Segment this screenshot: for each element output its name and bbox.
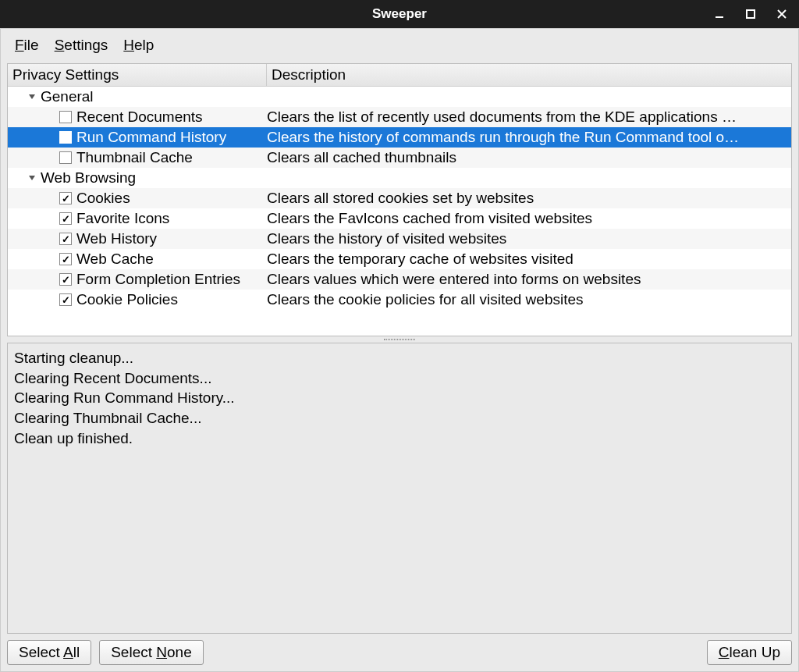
item-label: Thumbnail Cache [76,149,193,166]
item-description: Clears the list of recently used documen… [267,108,791,126]
column-privacy-settings[interactable]: Privacy Settings [8,64,267,86]
item-checkbox[interactable] [59,253,72,265]
item-checkbox[interactable] [59,111,72,123]
item-description: Clears values which were entered into fo… [267,271,791,288]
item-checkbox[interactable] [59,131,72,144]
item-checkbox[interactable] [59,192,72,204]
item-checkbox[interactable] [59,151,72,164]
menu-help[interactable]: Help [117,34,160,57]
splitter-handle-icon [384,339,415,340]
tree-item-row[interactable]: Favorite IconsClears the FavIcons cached… [8,208,791,229]
window-controls [708,0,793,28]
log-line: Starting cleanup... [14,348,785,368]
item-label: Web History [76,230,157,247]
item-description: Clears the FavIcons cached from visited … [267,210,791,227]
item-label: Favorite Icons [76,210,169,227]
item-label: Run Command History [76,129,226,146]
item-checkbox[interactable] [59,233,72,245]
tree-item-row[interactable]: CookiesClears all stored cookies set by … [8,188,791,208]
group-label: General [41,88,94,105]
item-label: Cookies [76,190,130,207]
menu-file[interactable]: File [9,34,45,57]
close-button[interactable] [771,3,793,25]
svg-marker-4 [29,94,35,99]
tree-item-row[interactable]: Web HistoryClears the history of visited… [8,229,791,249]
tree-group-row[interactable]: General [8,87,791,107]
svg-rect-1 [747,10,755,18]
item-checkbox[interactable] [59,273,72,286]
menu-settings[interactable]: Settings [48,34,115,57]
tree-item-row[interactable]: Run Command HistoryClears the history of… [8,127,791,148]
tree-item-row[interactable]: Form Completion EntriesClears values whi… [8,269,791,290]
privacy-tree: Privacy Settings Description GeneralRece… [7,63,792,336]
item-checkbox[interactable] [59,293,72,306]
svg-marker-5 [29,176,35,180]
tree-item-row[interactable]: Cookie PoliciesClears the cookie policie… [8,290,791,310]
item-description: Clears the history of commands run throu… [267,129,791,146]
window-title: Sweeper [372,6,427,22]
log-line: Clearing Run Command History... [14,388,785,408]
select-none-button[interactable]: Select None [99,640,204,665]
clean-up-button[interactable]: Clean Up [707,640,792,665]
item-description: Clears all cached thumbnails [267,149,791,166]
expander-icon[interactable] [25,171,39,185]
item-checkbox[interactable] [59,212,72,225]
tree-body[interactable]: GeneralRecent DocumentsClears the list o… [8,87,791,336]
item-label: Form Completion Entries [76,271,240,288]
menubar: File Settings Help [1,29,798,63]
tree-header: Privacy Settings Description [8,64,791,87]
expander-icon[interactable] [25,90,39,104]
titlebar: Sweeper [0,0,799,28]
splitter[interactable] [1,336,798,343]
app-window: File Settings Help Privacy Settings Desc… [0,28,799,672]
item-description: Clears the cookie policies for all visit… [267,291,791,308]
minimize-button[interactable] [708,3,730,25]
select-all-button[interactable]: Select All [7,640,91,665]
log-output[interactable]: Starting cleanup...Clearing Recent Docum… [7,343,792,634]
item-description: Clears the history of visited websites [267,230,791,247]
log-line: Clearing Thumbnail Cache... [14,408,785,428]
group-label: Web Browsing [41,169,136,187]
tree-item-row[interactable]: Web CacheClears the temporary cache of w… [8,249,791,269]
button-row: Select All Select None Clean Up [1,634,798,671]
item-description: Clears the temporary cache of websites v… [267,251,791,268]
item-label: Web Cache [76,251,154,268]
column-description[interactable]: Description [267,64,791,86]
maximize-button[interactable] [740,3,762,25]
item-label: Cookie Policies [76,291,178,308]
tree-item-row[interactable]: Thumbnail CacheClears all cached thumbna… [8,148,791,168]
log-line: Clean up finished. [14,428,785,449]
log-line: Clearing Recent Documents... [14,368,785,389]
tree-item-row[interactable]: Recent DocumentsClears the list of recen… [8,107,791,127]
item-label: Recent Documents [76,108,203,126]
item-description: Clears all stored cookies set by website… [267,190,791,207]
tree-group-row[interactable]: Web Browsing [8,168,791,188]
